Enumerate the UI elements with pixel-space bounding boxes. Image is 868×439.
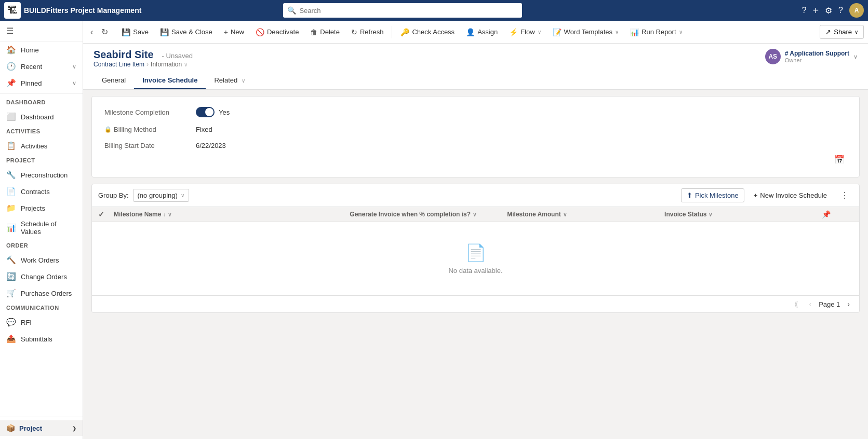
record-unsaved: - Unsaved	[162, 52, 193, 60]
sidebar-item-home[interactable]: 🏠 Home	[0, 42, 83, 58]
owner-avatar: AS	[765, 49, 781, 64]
refresh-nav-button[interactable]: ↻	[98, 25, 111, 39]
breadcrumb-chevron-icon[interactable]: ∨	[184, 62, 188, 67]
run-report-button[interactable]: 📊 Run Report ∨	[625, 25, 687, 39]
search-bar[interactable]: 🔍	[283, 3, 522, 18]
tabs: General Invoice Schedule Related ∨	[94, 72, 858, 89]
sidebar-item-work-orders[interactable]: 🔨 Work Orders	[0, 252, 83, 268]
billing-start-date-label: Billing Start Date	[104, 142, 188, 149]
new-invoice-icon: +	[754, 191, 758, 199]
info-icon[interactable]: ?	[838, 6, 843, 15]
milestone-completion-row: Milestone Completion Yes	[104, 107, 847, 117]
billing-method-label: 🔒 Billing Method	[104, 126, 188, 133]
sidebar-item-change-orders[interactable]: 🔄 Change Orders	[0, 268, 83, 285]
assign-button[interactable]: 👤 Assign	[461, 25, 503, 39]
save-icon: 💾	[122, 28, 130, 36]
sidebar-item-dashboard[interactable]: ⬜ Dashboard	[0, 108, 83, 125]
sidebar-item-purchase-orders[interactable]: 🛒 Purchase Orders	[0, 285, 83, 301]
refresh-button[interactable]: ↻ Refresh	[346, 25, 389, 39]
pick-milestone-label: Pick Milestone	[695, 191, 739, 199]
grid-more-button[interactable]: ⋮	[836, 188, 853, 202]
app-logo-icon: 🏗	[4, 2, 21, 19]
generate-filter-icon[interactable]: ∨	[473, 212, 476, 217]
header-checkbox[interactable]: ✓	[98, 210, 114, 218]
first-page-button[interactable]: ⟪	[791, 299, 802, 309]
deactivate-label: Deactivate	[267, 28, 299, 36]
delete-label: Delete	[320, 28, 340, 36]
billing-method-value: Fixed	[196, 126, 212, 133]
sidebar-toggle[interactable]: ☰	[0, 21, 83, 42]
sidebar-item-preconstruction[interactable]: 🔧 Preconstruction	[0, 167, 83, 183]
sidebar-item-pinned[interactable]: 📌 Pinned ∨	[0, 75, 83, 91]
owner-chevron-icon[interactable]: ∨	[853, 53, 858, 60]
col-milestone-header[interactable]: Milestone Name ↓ ∨	[114, 211, 350, 218]
calendar-button[interactable]: 📅	[832, 153, 847, 167]
col-amount-header[interactable]: Milestone Amount ∨	[507, 211, 664, 218]
next-page-button[interactable]: ›	[844, 299, 853, 309]
project-section: Project	[0, 154, 83, 167]
sidebar-item-activities[interactable]: 📋 Activities	[0, 138, 83, 154]
check-access-button[interactable]: 🔑 Check Access	[395, 25, 460, 39]
communication-section: Communication	[0, 301, 83, 314]
footer-chevron-icon: ❯	[72, 426, 76, 431]
grid-toolbar: Group By: (no grouping) ∨ ⬆ Pick Milesto…	[92, 184, 859, 207]
group-by-select[interactable]: (no grouping) ∨	[133, 189, 189, 202]
pick-milestone-button[interactable]: ⬆ Pick Milestone	[681, 188, 744, 202]
delete-icon: 🗑	[310, 28, 317, 36]
settings-icon[interactable]: ⚙	[825, 6, 832, 16]
refresh-icon: ↻	[351, 28, 357, 36]
help-icon[interactable]: ?	[802, 6, 806, 15]
record-title-block: Seabird Site - Unsaved Contract Line Ite…	[94, 49, 193, 70]
sidebar-item-recent[interactable]: 🕐 Recent ∨	[0, 58, 83, 75]
tab-related[interactable]: Related ∨	[206, 72, 253, 89]
status-filter-icon[interactable]: ∨	[709, 212, 712, 217]
sidebar-item-rfi[interactable]: 💬 RFI	[0, 314, 83, 331]
col-status-header[interactable]: Invoice Status ∨	[664, 211, 822, 218]
work-orders-icon: 🔨	[6, 255, 16, 265]
sidebar-divider-1	[0, 93, 83, 94]
share-button[interactable]: ↗ Share ∨	[820, 25, 864, 39]
milestone-toggle[interactable]: Yes	[196, 107, 230, 117]
word-templates-icon: 📝	[553, 28, 562, 36]
back-button[interactable]: ‹	[87, 25, 96, 39]
amount-filter-icon[interactable]: ∨	[563, 212, 567, 217]
new-button[interactable]: + New	[219, 25, 249, 39]
sidebar-footer-project[interactable]: 📦 Project ❯	[0, 420, 83, 436]
sidebar-item-submittals[interactable]: 📤 Submittals	[0, 331, 83, 347]
sidebar-footer: 📦 Project ❯	[0, 417, 83, 439]
prev-page-button[interactable]: ‹	[806, 299, 814, 309]
search-input[interactable]	[299, 7, 518, 15]
breadcrumb-entity[interactable]: Contract Line Item	[94, 61, 144, 68]
app-logo[interactable]: 🏗 BUILDFitters Project Management	[4, 2, 141, 19]
sidebar-item-schedule-of-values[interactable]: 📊 Schedule of Values	[0, 216, 83, 239]
grid-pin-icon[interactable]: 📌	[822, 210, 831, 218]
col-generate-header[interactable]: Generate Invoice when % completion is? ∨	[350, 211, 507, 218]
new-invoice-schedule-button[interactable]: + New Invoice Schedule	[749, 189, 832, 202]
milestone-filter-icon[interactable]: ∨	[168, 212, 171, 217]
tab-general[interactable]: General	[94, 72, 134, 89]
nav-controls: ‹ ↻	[87, 25, 111, 39]
sidebar-item-projects[interactable]: 📁 Projects	[0, 200, 83, 216]
word-templates-button[interactable]: 📝 Word Templates ∨	[547, 25, 624, 39]
save-close-button[interactable]: 💾 Save & Close	[155, 25, 218, 39]
deactivate-button[interactable]: 🚫 Deactivate	[250, 25, 304, 39]
save-button[interactable]: 💾 Save	[116, 25, 154, 39]
sidebar-item-contracts[interactable]: 📄 Contracts	[0, 183, 83, 200]
add-icon[interactable]: +	[812, 5, 819, 17]
sidebar: ☰ 🏠 Home 🕐 Recent ∨ 📌 Pinned ∨ Dashboard…	[0, 21, 83, 439]
sidebar-dashboard-label: Dashboard	[21, 113, 54, 121]
delete-button[interactable]: 🗑 Delete	[305, 25, 345, 39]
assign-icon: 👤	[466, 28, 475, 36]
owner-name[interactable]: # Application Support	[785, 50, 849, 57]
run-report-icon: 📊	[630, 28, 639, 36]
toggle-control[interactable]	[196, 107, 215, 117]
avatar[interactable]: A	[849, 3, 864, 18]
flow-button[interactable]: ⚡ Flow ∨	[504, 25, 546, 39]
col-actions-header: 📌	[822, 210, 853, 218]
grid-toolbar-right: ⬆ Pick Milestone + New Invoice Schedule …	[681, 188, 853, 202]
share-label: Share	[834, 28, 852, 36]
tab-invoice-schedule[interactable]: Invoice Schedule	[134, 72, 206, 89]
save-label: Save	[133, 28, 149, 36]
milestone-sort-icon: ↓	[163, 212, 166, 217]
recent-icon: 🕐	[6, 62, 16, 71]
